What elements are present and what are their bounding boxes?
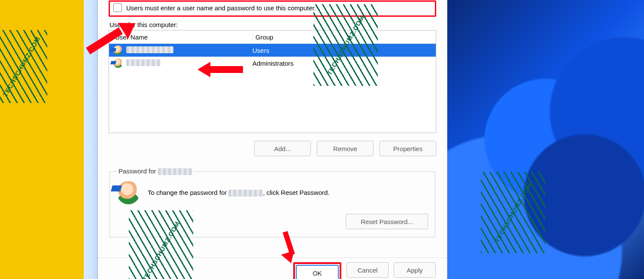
checkbox-icon [113,3,122,12]
user-icon [113,58,123,68]
users-list[interactable]: User Name Group Users Administrators [109,30,436,133]
user-accounts-dialog: Users must enter a user name and passwor… [97,0,447,279]
ok-button[interactable]: OK [296,265,339,279]
cancel-button[interactable]: Cancel [346,262,389,278]
column-user-name[interactable]: User Name [109,33,252,41]
column-group[interactable]: Group [252,33,436,41]
redacted-username [126,46,173,53]
windows-wallpaper [447,0,644,279]
require-password-label: Users must enter a user name and passwor… [126,4,316,12]
redacted-username [126,59,161,66]
redacted-username [228,190,263,197]
page-bg-left [0,0,84,279]
properties-button[interactable]: Properties [380,141,436,156]
users-buttons-row: Add... Remove Properties [109,141,436,156]
password-groupbox: Password for To change the password for … [109,167,435,237]
remove-button[interactable]: Remove [317,141,374,156]
users-list-row[interactable]: Users [109,44,436,57]
password-groupbox-legend: Password for [117,167,194,175]
redacted-username [158,168,192,175]
dialog-footer-buttons: OK Cancel Apply [98,258,447,279]
users-for-label: Users for this computer: [109,21,436,28]
row-group-value: Administrators [250,60,436,67]
password-instruction-text: To change the password for , click Reset… [148,189,330,197]
users-list-header: User Name Group [109,30,436,44]
users-list-row[interactable]: Administrators [109,57,436,70]
annotation-highlight-checkbox: Users must enter a user name and passwor… [109,0,436,17]
row-group-value: Users [250,47,436,54]
taskbar-edge [84,0,97,279]
annotation-highlight-ok: OK [293,262,341,279]
add-button[interactable]: Add... [254,141,311,156]
user-icon [113,45,123,55]
require-password-checkbox[interactable]: Users must enter a user name and passwor… [113,3,431,12]
key-user-icon [117,181,140,204]
reset-password-button[interactable]: Reset Password... [346,214,428,229]
apply-button[interactable]: Apply [394,262,436,278]
